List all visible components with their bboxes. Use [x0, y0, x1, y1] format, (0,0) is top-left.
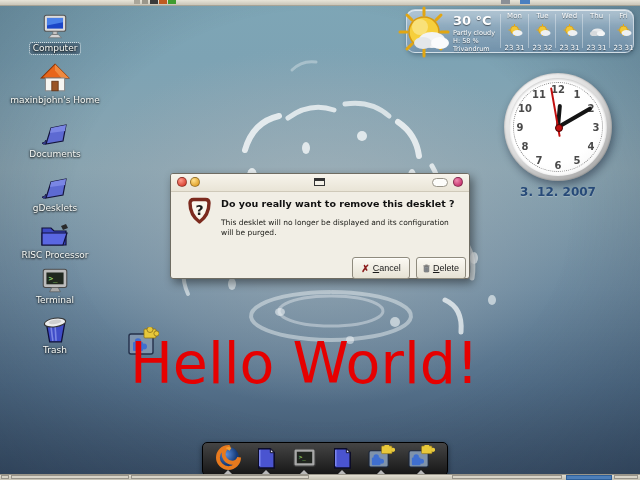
clock-numeral: 6 — [555, 160, 562, 171]
app-icon-dark[interactable] — [150, 0, 158, 4]
desktop-icon-trash[interactable]: Trash — [5, 314, 105, 356]
forecast-temps: 23 31 — [610, 44, 637, 52]
taskbar-window-button[interactable] — [11, 475, 129, 479]
terminal-icon: >_ — [292, 445, 317, 470]
workspace-switcher[interactable] — [566, 475, 612, 480]
clock-numeral: 7 — [536, 155, 543, 166]
svg-text:>_: >_ — [49, 274, 59, 283]
weather-desklet[interactable]: 30 °C Partly cloudy H: 58 % Trivandrum M… — [406, 9, 634, 53]
bottom-taskbar — [0, 474, 640, 480]
forecast-wednesday: Wed 23 31 — [556, 12, 583, 52]
forecast-day: Tue — [529, 12, 556, 20]
dock-item-gdesklet[interactable] — [368, 445, 395, 474]
weather-humidity: H: 58 % — [453, 37, 479, 45]
dock-item-gdesklet[interactable] — [408, 445, 435, 474]
clock-desklet[interactable]: 12 1 2 3 4 5 6 7 8 9 10 11 — [504, 73, 612, 181]
question-icon: ? — [184, 196, 215, 227]
terminal-icon: >_ — [40, 266, 70, 294]
desktop-icon-label: Computer — [30, 43, 81, 54]
desktop-icon-gdesklets[interactable]: gDesklets — [5, 176, 105, 214]
forecast-day: Wed — [556, 12, 583, 20]
forecast-temps: 23 31 — [583, 44, 610, 52]
top-panel — [0, 0, 640, 6]
dialog-titlebar[interactable] — [171, 174, 469, 192]
app-icon-green[interactable] — [168, 0, 176, 4]
taskbar-window-button[interactable] — [452, 475, 562, 479]
desktop-icon-documents[interactable]: Documents — [5, 122, 105, 160]
window-control-icon[interactable] — [134, 0, 140, 4]
app-icon-orange[interactable] — [159, 0, 167, 4]
delete-button[interactable]: Delete — [416, 257, 466, 279]
trash-icon — [40, 314, 70, 344]
clock-numeral: 1 — [574, 89, 581, 100]
partly-sunny-icon — [615, 24, 632, 38]
clock-numeral: 10 — [518, 103, 532, 114]
desktop-icon-computer[interactable]: Computer — [5, 12, 105, 54]
home-icon — [40, 62, 70, 94]
desktop: Computer maxinbjohn's Home Documents gDe… — [0, 0, 640, 480]
window-control-icon[interactable] — [142, 0, 148, 4]
forecast-temps: 23 31 — [501, 44, 528, 52]
close-button[interactable] — [177, 177, 187, 187]
open-folder-icon — [39, 222, 71, 249]
shade-button[interactable] — [432, 178, 448, 187]
cancel-x-icon: ✗ — [361, 263, 369, 274]
dock-item-folder[interactable] — [254, 445, 279, 474]
clock-date: 3. 12. 2007 — [498, 185, 618, 199]
clock-numeral: 4 — [588, 141, 595, 152]
taskbar-menu-button[interactable] — [1, 475, 9, 479]
partly-sunny-icon — [506, 24, 523, 38]
weather-location: Trivandrum — [453, 45, 490, 53]
cancel-button[interactable]: ✗ Cancel — [352, 257, 410, 279]
dock-item-terminal[interactable]: >_ — [292, 445, 317, 474]
tray-network-icon[interactable] — [520, 0, 530, 4]
dock-item-firefox[interactable] — [216, 445, 241, 474]
remove-desklet-dialog: ? Do you really want to remove this desk… — [170, 173, 470, 279]
firefox-icon — [216, 445, 241, 470]
clock-numeral: 8 — [522, 141, 529, 152]
forecast-day: Thu — [583, 12, 610, 20]
desktop-icon-label: maxinbjohn's Home — [7, 95, 103, 106]
dialog-title: Do you really want to remove this deskle… — [221, 198, 465, 210]
weather-condition: Partly cloudy — [453, 29, 495, 37]
dock-item-folder[interactable] — [330, 445, 355, 474]
gdesklets-icon — [40, 176, 70, 202]
taskbar-tray-area[interactable] — [614, 475, 638, 479]
clock-numeral: 9 — [517, 122, 524, 133]
documents-icon — [40, 122, 70, 148]
forecast-day: Mon — [501, 12, 528, 20]
clock-numeral: 12 — [551, 84, 565, 95]
svg-text:>_: >_ — [298, 454, 305, 461]
tray-printer-icon[interactable] — [501, 0, 510, 4]
desktop-icon-label: Terminal — [33, 295, 77, 306]
desktop-icon-home[interactable]: maxinbjohn's Home — [5, 62, 105, 106]
folder-icon — [330, 445, 355, 470]
computer-icon — [40, 12, 70, 42]
desktop-icon-label: Trash — [40, 345, 70, 356]
partly-sunny-icon — [534, 24, 551, 38]
forecast-temps: 23 32 — [529, 44, 556, 52]
clock-numeral: 3 — [593, 122, 600, 133]
desktop-icon-terminal[interactable]: >_ Terminal — [5, 266, 105, 306]
hello-world-text: Hello World! — [130, 332, 600, 394]
desktop-icon-risc-processor[interactable]: RISC Processor — [5, 222, 105, 261]
weather-temperature: 30 °C — [453, 13, 492, 28]
window-menu-button[interactable] — [453, 177, 463, 187]
weather-sun-cloud-icon — [398, 6, 454, 60]
gdesklet-icon — [408, 445, 435, 470]
taskbar-window-button[interactable] — [131, 475, 309, 479]
maximize-button[interactable] — [314, 178, 325, 186]
forecast-tuesday: Tue 23 32 — [529, 12, 556, 52]
clock-numeral: 11 — [532, 89, 546, 100]
clock-center-cap — [555, 124, 563, 132]
minimize-button[interactable] — [190, 177, 200, 187]
forecast-day: Fri — [610, 12, 637, 20]
svg-text:?: ? — [195, 202, 203, 218]
dialog-body: This desklet will no longer be displayed… — [221, 218, 453, 238]
forecast-thursday: Thu 23 31 — [583, 12, 610, 52]
trash-small-icon — [423, 263, 430, 274]
desktop-icon-label: Documents — [26, 149, 83, 160]
forecast-monday: Mon 23 31 — [501, 12, 528, 52]
clock-numeral: 5 — [574, 155, 581, 166]
partly-sunny-icon — [561, 24, 578, 38]
